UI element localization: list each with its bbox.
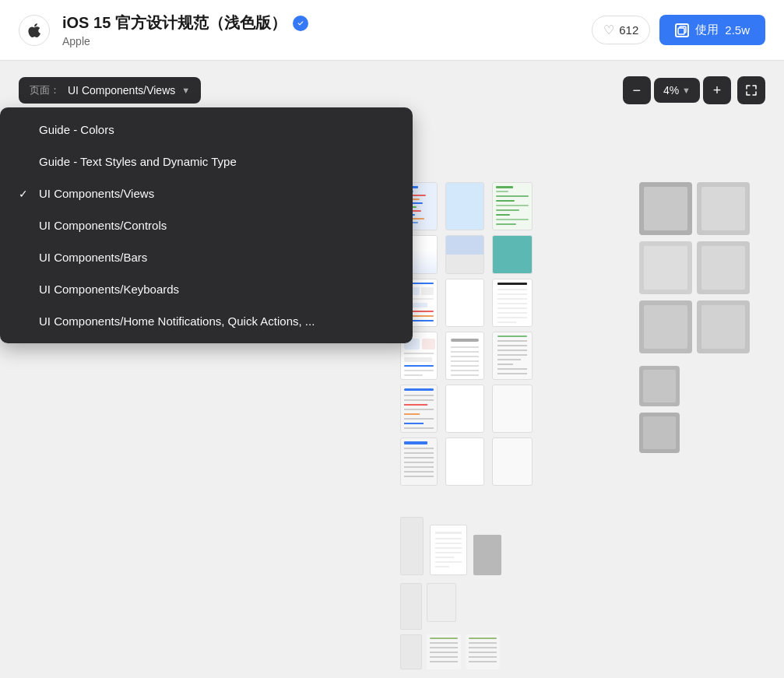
- page-thumbnail[interactable]: [697, 300, 750, 353]
- dropdown-item-label: UI Components/Home Notifications, Quick …: [39, 314, 315, 328]
- page-thumbnail[interactable]: [492, 279, 533, 327]
- checkmark-icon: ✓: [19, 188, 33, 200]
- header-right: ♡ 612 使用 2.5w: [592, 15, 765, 45]
- dropdown-item-label: UI Components/Keyboards: [39, 283, 179, 296]
- dropdown-item-label: UI Components/Views: [39, 187, 154, 200]
- page-thumbnail[interactable]: [492, 385, 533, 433]
- page-thumbnail[interactable]: [639, 413, 680, 453]
- page-thumbnail[interactable]: [473, 535, 501, 575]
- like-button[interactable]: ♡ 612: [592, 16, 650, 44]
- svg-rect-0: [678, 28, 684, 34]
- right-thumb-row-4: [639, 366, 750, 453]
- page-thumbnail[interactable]: [400, 634, 422, 669]
- zoom-in-button[interactable]: +: [703, 76, 731, 104]
- page-thumbnail[interactable]: [427, 583, 456, 622]
- zoom-value: 4%: [663, 84, 679, 97]
- dropdown-item-ui-home[interactable]: UI Components/Home Notifications, Quick …: [0, 305, 413, 337]
- page-thumbnail[interactable]: [445, 279, 484, 327]
- dropdown-item-guide-colors[interactable]: Guide - Colors: [0, 114, 413, 146]
- zoom-controls: − 4% ▼ +: [623, 76, 765, 104]
- dropdown-item-guide-text[interactable]: Guide - Text Styles and Dynamic Type: [0, 146, 413, 177]
- page-label: 页面：: [30, 83, 60, 97]
- copy-icon: [675, 23, 689, 37]
- heart-icon: ♡: [603, 23, 614, 37]
- page-thumbnail[interactable]: [639, 300, 692, 353]
- page-thumbnail[interactable]: [445, 235, 484, 274]
- right-thumbnails: [639, 182, 750, 453]
- second-row-thumbnails: [400, 517, 501, 575]
- use-count: 2.5w: [725, 23, 750, 37]
- right-thumb-row-1: [639, 182, 750, 235]
- page-thumbnail[interactable]: [492, 182, 533, 230]
- dropdown-item-label: UI Components/Controls: [39, 219, 167, 232]
- page-thumbnail[interactable]: [400, 583, 422, 630]
- toolbar: 页面： UI Components/Views ▼ − 4% ▼ +: [19, 76, 765, 104]
- page-selector[interactable]: 页面： UI Components/Views ▼: [19, 77, 201, 104]
- dropdown-item-label: UI Components/Bars: [39, 251, 147, 264]
- like-count: 612: [619, 23, 638, 37]
- page-thumbnail[interactable]: [445, 332, 484, 380]
- page-thumbnail[interactable]: [492, 437, 533, 486]
- zoom-out-button[interactable]: −: [623, 76, 651, 104]
- zoom-chevron-icon: ▼: [682, 86, 691, 95]
- apple-logo-icon: [19, 15, 50, 46]
- page-thumbnail[interactable]: [445, 385, 484, 433]
- chevron-down-icon: ▼: [181, 86, 190, 95]
- dropdown-item-label: Guide - Text Styles and Dynamic Type: [39, 155, 237, 168]
- right-thumb-row-2: [639, 241, 750, 294]
- page-thumbnail[interactable]: [492, 235, 533, 274]
- use-button[interactable]: 使用 2.5w: [659, 15, 765, 45]
- third-row-thumbnails: [400, 583, 500, 669]
- right-thumb-row-3: [639, 300, 750, 353]
- page-thumbnail[interactable]: [445, 437, 484, 486]
- page-dropdown: Guide - Colors Guide - Text Styles and D…: [0, 107, 413, 343]
- header-title: iOS 15 官方设计规范（浅色版）: [62, 12, 308, 33]
- dropdown-item-ui-views[interactable]: ✓ UI Components/Views: [0, 177, 413, 209]
- header-title-block: iOS 15 官方设计规范（浅色版） Apple: [62, 12, 308, 47]
- dropdown-item-ui-keyboards[interactable]: UI Components/Keyboards: [0, 273, 413, 305]
- header: iOS 15 官方设计规范（浅色版） Apple ♡ 612 使用 2.5w: [0, 0, 784, 61]
- page-thumbnail[interactable]: [492, 332, 533, 380]
- page-thumbnail[interactable]: [400, 517, 424, 575]
- page-thumbnail[interactable]: [639, 366, 680, 406]
- page-value: UI Components/Views: [68, 84, 175, 97]
- page-thumbnail[interactable]: [400, 385, 438, 433]
- page-thumbnail[interactable]: [427, 634, 461, 669]
- header-left: iOS 15 官方设计规范（浅色版） Apple: [19, 12, 308, 47]
- page-thumbnail[interactable]: [697, 182, 750, 235]
- use-label: 使用: [695, 23, 719, 37]
- fullscreen-button[interactable]: [737, 76, 765, 104]
- page-thumbnail[interactable]: [400, 437, 438, 486]
- thumbnail-column-3: [492, 182, 533, 486]
- dropdown-item-ui-controls[interactable]: UI Components/Controls: [0, 209, 413, 241]
- dropdown-item-ui-bars[interactable]: UI Components/Bars: [0, 241, 413, 273]
- page-thumbnail[interactable]: [639, 241, 692, 294]
- title-text: iOS 15 官方设计规范（浅色版）: [62, 12, 287, 33]
- page-thumbnail[interactable]: [445, 182, 484, 230]
- page-thumbnail[interactable]: [430, 525, 467, 575]
- zoom-display[interactable]: 4% ▼: [654, 78, 700, 103]
- page-thumbnail[interactable]: [466, 634, 500, 669]
- verified-badge-icon: [293, 16, 308, 31]
- thumbnail-column-2: [445, 182, 484, 486]
- page-thumbnail[interactable]: [639, 182, 692, 235]
- main-content: 页面： UI Components/Views ▼ − 4% ▼ + Guide…: [0, 61, 784, 641]
- page-thumbnail[interactable]: [697, 241, 750, 294]
- header-subtitle: Apple: [62, 35, 308, 47]
- dropdown-item-label: Guide - Colors: [39, 123, 114, 136]
